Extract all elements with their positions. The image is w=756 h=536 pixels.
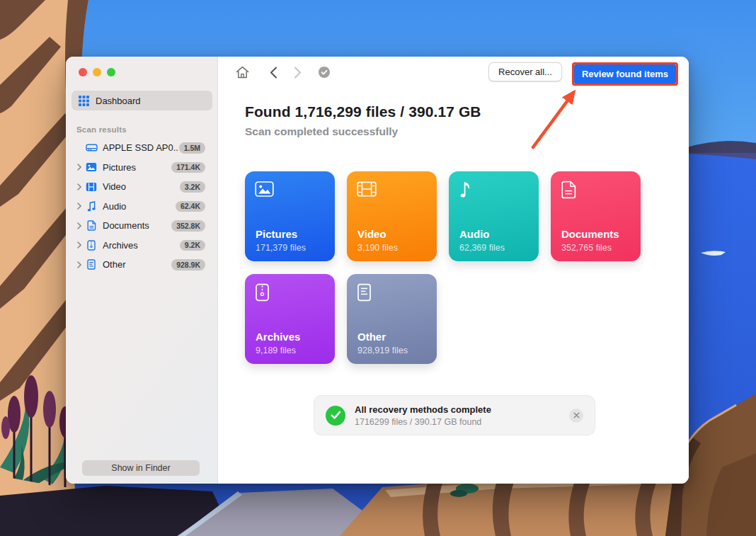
documents-icon [84, 220, 98, 231]
scan-results-section-label: Scan results [76, 125, 127, 134]
sidebar-item-video[interactable]: Video 3.2K [66, 177, 218, 197]
sidebar-item-label: Dashboard [96, 96, 141, 106]
zoom-window-button[interactable] [107, 68, 115, 76]
show-in-finder-button[interactable]: Show in Finder [82, 460, 200, 476]
category-card-documents[interactable]: Documents 352,765 files [551, 171, 641, 261]
count-badge: 1.5M [179, 142, 205, 154]
notification-subtitle: 1716299 files / 390.17 GB found [355, 417, 569, 427]
count-badge: 928.9K [171, 259, 205, 270]
forward-icon[interactable] [289, 67, 306, 79]
pictures-icon [255, 181, 274, 200]
chevron-right-icon[interactable] [74, 203, 84, 210]
chevron-right-icon [74, 144, 84, 152]
sidebar-item-pictures[interactable]: Pictures 171.4K [66, 158, 218, 178]
sidebar-item-label: Audio [103, 201, 176, 212]
recover-all-button[interactable]: Recover all... [488, 62, 562, 81]
sidebar-item-dashboard[interactable]: Dashboard [71, 91, 212, 110]
chevron-right-icon[interactable] [74, 183, 84, 190]
sidebar-item-apple-ssd[interactable]: APPLE SSD AP0... 1.5M [66, 138, 218, 158]
minimize-window-button[interactable] [93, 68, 101, 76]
category-cards: Pictures 171,379 files Video 3,190 files… [245, 171, 655, 364]
close-window-button[interactable] [79, 68, 87, 76]
chevron-right-icon[interactable] [74, 261, 84, 268]
sidebar-item-label: Other [103, 259, 171, 270]
category-card-archives[interactable]: Archives 9,189 files [245, 274, 335, 364]
video-icon [84, 182, 98, 192]
home-icon[interactable] [234, 65, 251, 79]
archives-icon [84, 240, 98, 251]
card-label: Archives [256, 331, 300, 343]
close-icon[interactable] [569, 409, 583, 423]
sidebar-item-label: APPLE SSD AP0... [103, 142, 179, 153]
audio-icon [459, 181, 473, 202]
sidebar-item-label: Archives [103, 240, 180, 251]
back-icon[interactable] [265, 67, 282, 79]
sidebar-item-archives[interactable]: Archives 9.2K [66, 236, 218, 256]
sidebar-item-documents[interactable]: Documents 352.8K [66, 216, 218, 236]
pictures-icon [84, 162, 98, 172]
archives-icon [255, 283, 270, 304]
card-label: Audio [459, 228, 490, 240]
card-count: 928,919 files [357, 346, 408, 355]
completion-notification: All recovery methods complete 1716299 fi… [314, 395, 595, 435]
success-check-icon [326, 406, 345, 426]
notification-title: All recovery methods complete [355, 404, 569, 415]
card-label: Other [357, 331, 386, 343]
count-badge: 9.2K [180, 240, 205, 251]
sidebar-item-label: Video [103, 181, 180, 192]
count-badge: 3.2K [180, 181, 205, 193]
card-count: 171,379 files [256, 243, 306, 253]
category-card-video[interactable]: Video 3,190 files [347, 171, 437, 261]
category-card-audio[interactable]: Audio 62,369 files [449, 171, 539, 261]
drive-icon [84, 142, 98, 153]
main-content: Recover all... Review found items Found … [218, 57, 689, 484]
chevron-right-icon[interactable] [74, 222, 84, 229]
count-badge: 352.8K [171, 220, 205, 232]
video-icon [357, 181, 377, 200]
scan-results-list: APPLE SSD AP0... 1.5M Pictures 171.4K Vi… [66, 138, 218, 275]
sidebar-item-label: Pictures [103, 162, 171, 173]
sidebar: Dashboard Scan results APPLE SSD AP0... … [66, 57, 218, 484]
sidebar-item-other[interactable]: Other 928.9K [66, 255, 218, 275]
card-count: 62,369 files [459, 243, 505, 253]
page-subtitle: Scan completed successfully [245, 125, 398, 138]
documents-icon [561, 181, 577, 202]
dashboard-grid-icon [79, 96, 89, 106]
card-label: Pictures [256, 228, 297, 240]
count-badge: 62.4K [176, 201, 205, 212]
sidebar-item-label: Documents [103, 220, 171, 231]
toolbar [218, 57, 333, 88]
sidebar-item-audio[interactable]: Audio 62.4K [66, 197, 218, 217]
card-label: Video [357, 228, 386, 240]
review-found-items-button[interactable]: Review found items [574, 64, 676, 84]
app-window: Dashboard Scan results APPLE SSD AP0... … [66, 57, 689, 484]
desktop: { "desktop": { "wallpaper": "macos-cliff… [0, 0, 756, 536]
other-icon [357, 283, 372, 304]
card-count: 9,189 files [256, 346, 296, 355]
count-badge: 171.4K [171, 162, 205, 173]
page-title: Found 1,716,299 files / 390.17 GB [245, 103, 481, 120]
chevron-right-icon[interactable] [74, 241, 84, 249]
annotation-highlight-box: Review found items [572, 62, 678, 86]
scan-complete-icon [316, 66, 333, 79]
card-count: 3,190 files [357, 243, 398, 253]
category-card-pictures[interactable]: Pictures 171,379 files [245, 171, 335, 261]
category-card-other[interactable]: Other 928,919 files [347, 274, 437, 364]
other-icon [84, 259, 98, 270]
card-count: 352,765 files [561, 243, 612, 253]
card-label: Documents [561, 228, 619, 240]
window-controls [79, 68, 115, 76]
chevron-right-icon[interactable] [74, 164, 84, 171]
audio-icon [84, 201, 98, 212]
